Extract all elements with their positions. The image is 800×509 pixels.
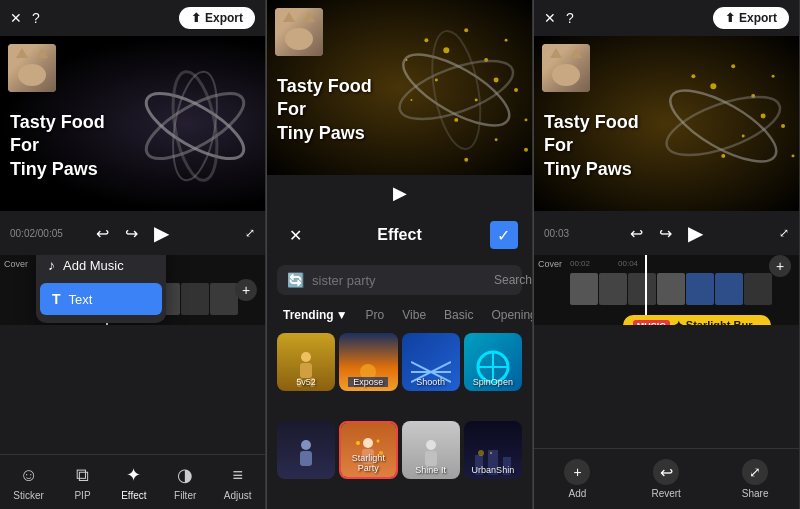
effects-grid: 5v52 Expose Shooth SpinOpen [267, 329, 532, 509]
help-button-3[interactable]: ? [566, 10, 574, 26]
effect-name-1: Expose [339, 377, 397, 387]
close-button-3[interactable]: ✕ [544, 10, 556, 26]
cat-image-1 [8, 44, 56, 92]
preview-area-1: Tasty FoodForTiny Paws [0, 36, 265, 211]
cat-thumbnail-1 [8, 44, 56, 92]
toolbar-pip[interactable]: ⧉ PIP [71, 463, 95, 501]
svg-point-12 [435, 79, 438, 82]
preview-area-2: Tasty FoodForTiny Paws [267, 0, 532, 175]
export-button-1[interactable]: ⬆ Export [179, 7, 255, 29]
svg-rect-48 [490, 452, 492, 454]
tab-basic[interactable]: Basic [438, 305, 479, 325]
add-clip-button-3[interactable]: + [769, 255, 791, 277]
add-icon: + [564, 459, 590, 485]
thumb-3-1 [570, 273, 598, 305]
toolbar-adjust[interactable]: ≡ Adjust [224, 463, 252, 501]
svg-point-54 [761, 114, 766, 119]
top-bar-1: ✕ ? ⬆ Export [0, 0, 265, 36]
effect-close-button[interactable]: ✕ [281, 221, 309, 249]
playback-bar-1: ↩ ↪ ▶ 00:02/00:05 ⤢ [0, 211, 265, 255]
preview-title-1: Tasty FoodForTiny Paws [10, 111, 105, 181]
svg-rect-23 [301, 352, 311, 362]
bottom-action-bar-3: + Add ↩ Revert ⤢ Share [534, 448, 799, 509]
effect-item-6[interactable]: Shine It [402, 421, 460, 479]
effect-name-7: UrbanShin [464, 465, 522, 475]
effect-item-4[interactable] [277, 421, 335, 479]
effect-name-0: 5v52 [277, 377, 335, 387]
redo-button-1[interactable]: ↪ [125, 224, 138, 243]
undo-button-3[interactable]: ↩ [630, 224, 643, 243]
starlight-tag: MUSIC [633, 320, 670, 326]
search-input[interactable] [312, 273, 480, 288]
svg-point-19 [464, 158, 468, 162]
effect-item-7[interactable]: UrbanShin [464, 421, 522, 479]
svg-point-50 [710, 83, 716, 89]
play-button-1[interactable]: ▶ [154, 221, 169, 245]
music-icon: ♪ [48, 257, 55, 273]
effect-item-0[interactable]: 5v52 [277, 333, 335, 391]
svg-point-8 [424, 38, 428, 42]
export-button-3[interactable]: ⬆ Export [713, 7, 789, 29]
tab-vibe[interactable]: Vibe [396, 305, 432, 325]
svg-point-39 [356, 441, 360, 445]
metallic-rings-1 [135, 66, 255, 186]
expand-button-3[interactable]: ⤢ [779, 226, 789, 240]
cover-label-1: Cover [4, 259, 28, 269]
redo-button-3[interactable]: ↪ [659, 224, 672, 243]
search-button[interactable]: Search [488, 271, 538, 289]
playback-bar-2: ▶ [267, 175, 532, 211]
effect-item-2[interactable]: Shooth [402, 333, 460, 391]
toolbar-sticker[interactable]: ☺ Sticker [13, 463, 44, 501]
effect-check-button[interactable]: ✓ [490, 221, 518, 249]
cat-thumbnail-2 [275, 8, 323, 56]
add-music-item[interactable]: ♪ Add Music [36, 255, 166, 281]
help-button-1[interactable]: ? [32, 10, 40, 26]
timeline-area-1: 00:02 00:02 00:04 Cover + ♪ Add Music T … [0, 255, 265, 325]
action-add[interactable]: + Add [564, 459, 590, 499]
close-button-1[interactable]: ✕ [10, 10, 22, 26]
svg-point-52 [772, 75, 775, 78]
svg-rect-37 [363, 438, 373, 448]
action-share[interactable]: ⤢ Share [742, 459, 769, 499]
svg-point-18 [495, 138, 498, 141]
svg-point-49 [731, 64, 735, 68]
thumb-3-5 [686, 273, 714, 305]
thumb-3-2 [599, 273, 627, 305]
filter-icon: ◑ [173, 463, 197, 487]
play-button-2[interactable]: ▶ [393, 182, 407, 204]
text-item[interactable]: T Text [40, 283, 162, 315]
export-label-1: Export [205, 11, 243, 25]
expand-button-1[interactable]: ⤢ [245, 226, 255, 240]
effect-icon: ✦ [122, 463, 146, 487]
thumb-3-3 [628, 273, 656, 305]
search-clock-icon: 🔄 [287, 272, 304, 288]
effect-item-5[interactable]: Starlight Party [339, 421, 397, 479]
svg-rect-24 [300, 363, 312, 378]
toolbar-effect[interactable]: ✦ Effect [121, 463, 146, 501]
tab-trending[interactable]: Trending ▼ [277, 305, 354, 325]
svg-point-47 [478, 450, 484, 456]
revert-label: Revert [651, 488, 680, 499]
tab-pro[interactable]: Pro [360, 305, 391, 325]
add-clip-button-1[interactable]: + [235, 279, 257, 301]
effect-item-3[interactable]: SpinOpen [464, 333, 522, 391]
effect-title: Effect [377, 226, 421, 244]
svg-point-7 [505, 39, 508, 42]
tab-opening[interactable]: Opening&Clos [485, 305, 532, 325]
add-label: Add [569, 488, 587, 499]
top-bar-left-1: ✕ ? [10, 10, 40, 26]
preview-title-2: Tasty FoodForTiny Paws [277, 75, 372, 145]
popup-menu-1: ♪ Add Music T Text [36, 255, 166, 323]
text-icon: T [52, 291, 61, 307]
undo-button-1[interactable]: ↩ [96, 224, 109, 243]
effect-item-1[interactable]: Expose [339, 333, 397, 391]
toolbar-filter[interactable]: ◑ Filter [173, 463, 197, 501]
pip-icon: ⧉ [71, 463, 95, 487]
filter-label: Filter [174, 490, 196, 501]
thumb-6 [181, 283, 209, 315]
bottom-toolbar-1: ☺ Sticker ⧉ PIP ✦ Effect ◑ Filter ≡ Adju… [0, 454, 265, 509]
action-revert[interactable]: ↩ Revert [651, 459, 680, 499]
effect-name-2: Shooth [402, 377, 460, 387]
play-button-3[interactable]: ▶ [688, 221, 703, 245]
svg-rect-42 [426, 440, 436, 450]
